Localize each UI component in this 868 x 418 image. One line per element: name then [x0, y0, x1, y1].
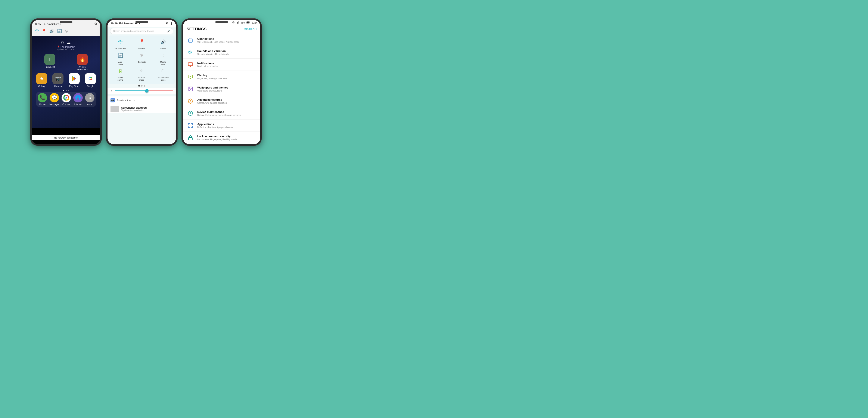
brightness-thumb[interactable] — [145, 89, 149, 93]
sounds-desc: Sounds, Vibration, Do not disturb — [197, 53, 257, 55]
qs-location-label: Location — [138, 48, 145, 50]
dot-1 — [63, 90, 64, 91]
svg-rect-33 — [188, 126, 190, 128]
qs-tile-mobile-data[interactable]: ↕ Mobiledata — [155, 51, 172, 66]
app-pushbullet[interactable]: ❙ Pushbullet — [35, 54, 65, 71]
qs-menu-icon[interactable]: ⋮ — [170, 22, 173, 25]
nav-back-icon[interactable]: ● — [86, 130, 88, 133]
sound-quick-icon[interactable]: 🔊 — [50, 29, 54, 34]
qs-tile-bluetooth[interactable]: ✱ Bluetooth — [133, 51, 150, 66]
qs-data-icon: ↕ — [158, 51, 168, 60]
settings-item-connections[interactable]: Connections Wi-Fi, Bluetooth, Data usage… — [183, 34, 260, 47]
svg-rect-21 — [250, 22, 250, 23]
apps-settings-icon — [187, 122, 194, 129]
qs-row-1: NETGEAR57 📍 Location 🔊 Sound — [110, 37, 174, 50]
bluetooth-quick-icon[interactable]: ⊗ — [65, 29, 68, 34]
phone-icon: 📞 — [38, 93, 47, 102]
wallpapers-desc: Wallpapers, themes, icons — [197, 90, 257, 92]
settings-battery-percent: 56% — [241, 21, 245, 24]
qs-row-2: 🔄 Autorotate ✱ Bluetooth ↕ Mobiledata — [110, 51, 174, 66]
app-camera[interactable]: 📷 Camera — [51, 73, 65, 88]
apps-name: Applications — [197, 122, 257, 126]
nav-menu-icon[interactable]: ≡ — [44, 130, 46, 133]
qs-tile-power[interactable]: 🔋 Powersaving — [112, 66, 129, 81]
advanced-name: Advanced features — [197, 98, 257, 101]
phone-label: Phone — [39, 103, 45, 106]
phone2-time: 10:16 — [111, 22, 118, 25]
phone2-status-icons: ⚙ ⋮ — [166, 22, 173, 25]
qs-search-bar[interactable]: Search phone and scan for nearby devices… — [110, 28, 173, 34]
wifi-icon[interactable] — [35, 29, 39, 34]
settings-search-button[interactable]: SEARCH — [244, 28, 257, 31]
brightness-track[interactable] — [115, 90, 173, 91]
wallpapers-name: Wallpapers and themes — [197, 86, 257, 89]
screenshot-bar[interactable]: Screenshot captured Tap here to view det… — [107, 104, 176, 113]
advanced-desc: Games, One-handed operation — [197, 102, 257, 104]
settings-item-advanced[interactable]: Advanced features Games, One-handed oper… — [183, 95, 260, 107]
phone1-time-date: 10:15 Fri, November 11 — [35, 23, 61, 25]
internet-label: Internet — [74, 103, 82, 106]
qs-search-text: Search phone and scan for nearby devices — [113, 30, 154, 32]
no-network-bar: No network connection — [32, 135, 100, 140]
qs-divider — [111, 95, 173, 95]
gallery-label: Gallery — [38, 85, 45, 88]
wallpapers-text: Wallpapers and themes Wallpapers, themes… — [197, 86, 257, 92]
sync-quick-icon[interactable]: 🔄 — [57, 29, 62, 34]
qs-settings-icon[interactable]: ⚙ — [166, 22, 168, 25]
dock-apps[interactable]: ⠿ Apps — [85, 93, 94, 106]
sounds-name: Sounds and vibration — [197, 50, 257, 53]
app-google[interactable]: G Google — [84, 73, 97, 88]
app-gallery[interactable]: ★ Gallery — [35, 73, 49, 88]
phone2-screen: 10:16 Fri, November 11 ⚙ ⋮ Search phone … — [107, 20, 176, 144]
brightness-icon: ✦ — [111, 89, 113, 93]
svg-rect-10 — [90, 79, 92, 80]
cloud-icon: ☁ — [66, 40, 71, 45]
settings-item-apps[interactable]: Applications Default applications, App p… — [183, 120, 260, 132]
svg-point-28 — [189, 88, 190, 89]
screenshot-info: Screenshot captured Tap here to view det… — [121, 106, 147, 112]
svg-point-14 — [66, 97, 67, 98]
qs-airplane-label: Airplanemode — [138, 77, 145, 81]
location-quick-icon[interactable]: 📍 — [42, 29, 46, 34]
app-antutu[interactable]: 🔥 AnTuTuBenchmark — [67, 54, 97, 71]
device-desc: Battery, Performance mode, Storage, memo… — [197, 114, 257, 116]
qs-tile-airplane[interactable]: ✈ Airplanemode — [133, 66, 150, 81]
dock-phone[interactable]: 📞 Phone — [38, 93, 47, 106]
qs-mic-icon[interactable]: 🎤 — [167, 30, 170, 32]
settings-item-lock[interactable]: Lock screen and security Lock screen, Fi… — [183, 132, 260, 144]
qs-tile-rotate[interactable]: 🔄 Autorotate — [112, 51, 129, 66]
settings-item-device[interactable]: Device maintenance Battery, Performance … — [183, 107, 260, 120]
qs-dot-1 — [138, 85, 140, 87]
settings-item-notifications[interactable]: Notifications Block, allow, prioritize — [183, 59, 260, 71]
settings-clock: 10:16 — [252, 21, 257, 24]
qs-tile-performance[interactable]: ⏱ Performancemode — [155, 66, 172, 81]
qs-tile-sound[interactable]: 🔊 Sound — [155, 37, 172, 50]
dock-chrome[interactable]: Chrome — [62, 93, 71, 106]
qs-power-label: Powersaving — [118, 77, 123, 81]
settings-item-wallpapers[interactable]: Wallpapers and themes Wallpapers, themes… — [183, 83, 260, 95]
svg-rect-35 — [188, 138, 192, 140]
svg-rect-34 — [191, 126, 193, 128]
qs-tile-wifi[interactable]: NETGEAR57 — [112, 37, 129, 50]
settings-item-sounds[interactable]: Sounds and vibration Sounds, Vibration, … — [183, 47, 260, 59]
settings-item-display[interactable]: Display Brightness, Blue light filter, F… — [183, 71, 260, 83]
dock-messages[interactable]: 💬 Messages — [50, 93, 59, 106]
svg-rect-23 — [188, 63, 193, 66]
weather-temp: 0° — [61, 40, 65, 45]
nav-home-icon[interactable]: ⌂ — [65, 130, 67, 133]
smart-capture-arrow: ▲ — [133, 99, 135, 101]
app-playstore[interactable]: Play Store — [67, 73, 81, 88]
qs-tile-location[interactable]: 📍 Location — [133, 37, 150, 50]
phone2-shell: 10:16 Fri, November 11 ⚙ ⋮ Search phone … — [106, 19, 178, 146]
brightness-control[interactable]: ✦ — [107, 88, 176, 94]
qs-data-label: Mobiledata — [160, 61, 166, 66]
device-icon — [187, 110, 194, 117]
sounds-text: Sounds and vibration Sounds, Vibration, … — [197, 50, 257, 55]
dock-internet[interactable]: 🌐 Internet — [73, 93, 83, 106]
advanced-icon — [187, 97, 194, 105]
connections-name: Connections — [197, 37, 257, 40]
phone1-screen: 10:15 Fri, November 11 ⚙ 📍 🔊 🔄 ⊗ ↕ — [32, 20, 100, 144]
data-quick-icon[interactable]: ↕ — [71, 29, 73, 34]
settings-icon[interactable]: ⚙ — [94, 22, 97, 26]
qs-bluetooth-icon: ✱ — [137, 51, 147, 60]
